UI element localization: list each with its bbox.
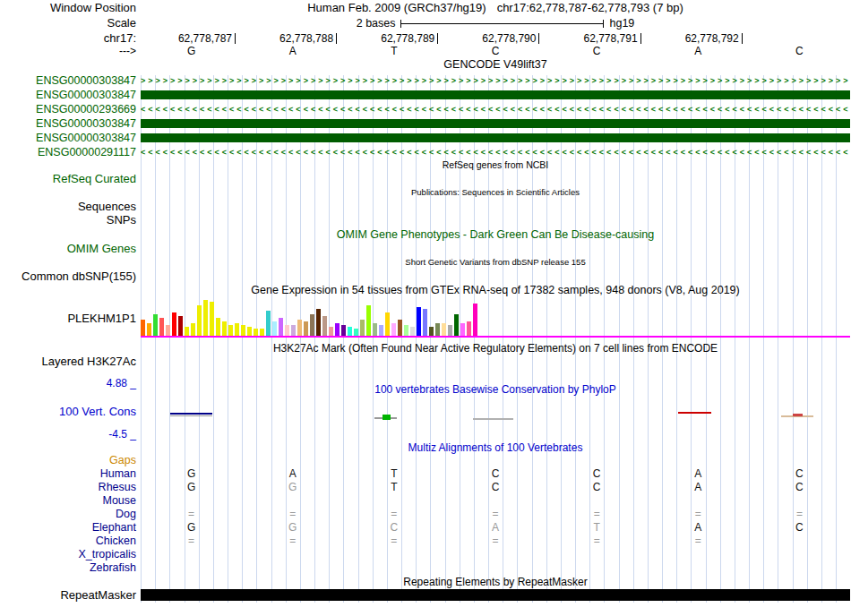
gtex-tissue-bar (341, 325, 346, 336)
alignment-bases (141, 548, 850, 561)
alignment-row-elephant[interactable]: ElephantGGCATAC (0, 521, 851, 535)
conservation-mark (170, 415, 212, 416)
genome-browser-view: Window Position Human Feb. 2009 (GRCh37/… (0, 0, 851, 616)
gene-id-label[interactable]: ENSG00000303847 (0, 88, 136, 102)
base-letter: A (242, 45, 343, 57)
gtex-tissue-bar (391, 323, 396, 336)
species-label[interactable]: X_tropicalis (0, 548, 136, 561)
aligned-base (343, 494, 444, 508)
species-label[interactable]: Zebrafish (0, 561, 136, 575)
alignment-row-chicken[interactable]: Chicken====== (0, 535, 851, 548)
gtex-tissue-bar (247, 327, 252, 336)
aligned-base: A (648, 481, 749, 494)
aligned-base: = (242, 508, 343, 521)
refseq-title: RefSeq genes from NCBI (141, 159, 850, 171)
scale-value: 2 bases (357, 17, 396, 30)
gtex-tissue-bar (429, 327, 434, 336)
gene-exon-bar (141, 119, 850, 128)
gene-id-label[interactable]: ENSG00000303847 (0, 116, 136, 131)
aligned-base (242, 454, 343, 467)
gtex-tissue-bar (291, 325, 296, 336)
h3k27ac-label[interactable]: Layered H3K27Ac (0, 355, 136, 367)
aligned-base: C (749, 521, 850, 535)
aligned-base: = (343, 535, 444, 548)
gene-glyph-area: >>>>>>>>>>>>>>>>>>>>>>>>>>>>>>>>>>>>>>>>… (141, 73, 850, 88)
coordinate-label: 62,778,788 (260, 32, 333, 45)
gene-id-label[interactable]: ENSG00000291117 (0, 145, 136, 159)
sequences-label[interactable]: Sequences (0, 201, 136, 212)
conservation-mark (383, 415, 391, 420)
dbsnp-label[interactable]: Common dbSNP(155) (0, 270, 136, 282)
gtex-tissue-bar (448, 325, 452, 336)
conservation-mark (473, 418, 513, 420)
base-letter: T (343, 45, 444, 57)
gencode-gene-row[interactable]: ENSG00000303847 (0, 116, 851, 131)
alignment-row-x_tropicalis[interactable]: X_tropicalis (0, 548, 851, 561)
gtex-tissue-bar (379, 325, 383, 336)
strand-arrow-label: ---> (0, 45, 136, 57)
coordinate-label: 62,778,787 (159, 32, 232, 45)
alignment-row-rhesus[interactable]: RhesusGGTCCAC (0, 481, 851, 494)
base-letter: C (444, 45, 546, 57)
gtex-tissue-bar (235, 323, 239, 336)
repeatmasker-title: Repeating Elements by RepeatMasker (141, 577, 850, 588)
species-label[interactable]: Human (0, 467, 136, 481)
gtex-tissue-bar (260, 329, 264, 336)
gene-id-label[interactable]: ENSG00000293669 (0, 102, 136, 116)
aligned-base (749, 494, 850, 508)
scale-label: Scale (0, 17, 136, 30)
aligned-base (242, 494, 343, 508)
alignment-bases: GATCCAC (141, 467, 850, 481)
alignment-row-human[interactable]: HumanGATCCAC (0, 467, 851, 481)
gtex-tissue-bar (460, 323, 465, 336)
aligned-base: = (444, 535, 546, 548)
gtex-gene-label[interactable]: PLEKHM1P1 (0, 312, 136, 324)
aligned-base: = (141, 508, 242, 521)
conservation-min-value: -4.5 _ (0, 429, 136, 440)
gtex-tissue-bar (228, 325, 233, 336)
species-label[interactable]: Dog (0, 508, 136, 521)
repeatmasker-label[interactable]: RepeatMasker (0, 589, 136, 601)
species-label[interactable]: Gaps (0, 454, 136, 467)
gencode-gene-row[interactable]: ENSG00000303847 (0, 131, 851, 145)
gencode-gene-row[interactable]: ENSG00000303847 (0, 88, 851, 102)
aligned-base (343, 561, 444, 575)
gtex-baseline (141, 336, 850, 338)
alignment-row-gaps[interactable]: Gaps (0, 454, 851, 467)
aligned-base: = (648, 535, 749, 548)
aligned-base: A (242, 467, 343, 481)
repeatmasker-element-bar[interactable] (141, 589, 850, 601)
species-label[interactable]: Chicken (0, 535, 136, 548)
aligned-base: = (546, 535, 648, 548)
gencode-gene-row[interactable]: ENSG00000291117<<<<<<<<<<<<<<<<<<<<<<<<<… (0, 145, 851, 159)
species-label[interactable]: Mouse (0, 494, 136, 508)
gene-strand-arrows-left: <<<<<<<<<<<<<<<<<<<<<<<<<<<<<<<<<<<<<<<<… (141, 145, 850, 159)
aligned-base: A (648, 521, 749, 535)
snps-label[interactable]: SNPs (0, 214, 136, 226)
omim-genes-label[interactable]: OMIM Genes (0, 243, 136, 254)
species-label[interactable]: Rhesus (0, 481, 136, 494)
alignment-bases (141, 494, 850, 508)
alignment-bases: GGCATAC (141, 521, 850, 535)
alignment-row-dog[interactable]: Dog======= (0, 508, 851, 521)
coordinate-tick (336, 33, 337, 44)
omim-title: OMIM Gene Phenotypes - Dark Green Can Be… (141, 229, 850, 241)
dbsnp-title: Short Genetic Variants from dbSNP releas… (141, 257, 850, 268)
aligned-base: A (444, 521, 546, 535)
gencode-gene-row[interactable]: ENSG00000293669<<<<<<<<<<<<<<<<<<<<<<<<<… (0, 102, 851, 116)
alignment-row-zebrafish[interactable]: Zebrafish (0, 561, 851, 575)
gtex-tissue-bar (442, 323, 446, 336)
gtex-tissue-bar (166, 325, 170, 336)
window-position-label: Window Position (0, 2, 136, 14)
gene-id-label[interactable]: ENSG00000303847 (0, 131, 136, 145)
refseq-curated-label[interactable]: RefSeq Curated (0, 173, 136, 184)
coordinate-tick (538, 33, 539, 44)
alignment-row-mouse[interactable]: Mouse (0, 494, 851, 508)
aligned-base: C (749, 467, 850, 481)
gencode-gene-row[interactable]: ENSG00000303847>>>>>>>>>>>>>>>>>>>>>>>>>… (0, 73, 851, 88)
species-label[interactable]: Elephant (0, 521, 136, 535)
gtex-tissue-bar (373, 323, 377, 336)
gene-strand-arrows-left: <<<<<<<<<<<<<<<<<<<<<<<<<<<<<<<<<<<<<<<<… (141, 102, 850, 116)
gene-id-label[interactable]: ENSG00000303847 (0, 73, 136, 88)
conservation-track-label[interactable]: 100 Vert. Cons (0, 406, 136, 417)
